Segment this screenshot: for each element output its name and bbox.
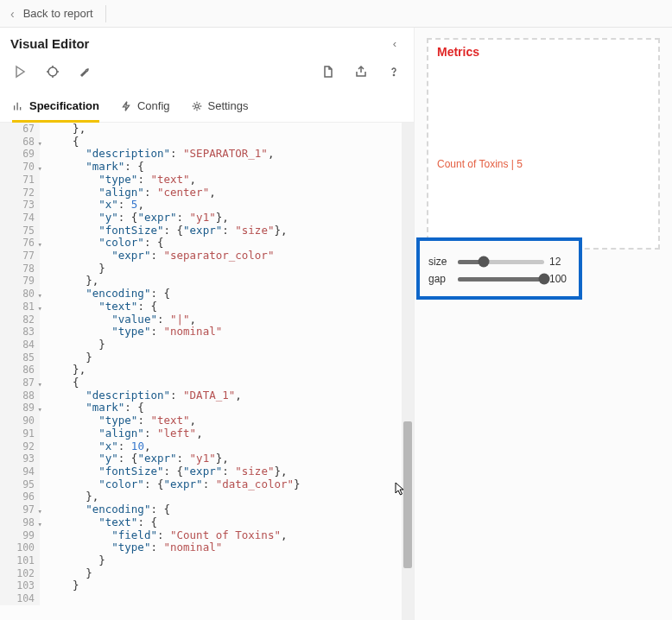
parse-button[interactable] bbox=[45, 64, 60, 79]
code-content[interactable]: "text": { bbox=[40, 516, 157, 529]
code-content[interactable]: "x": 10, bbox=[40, 440, 150, 453]
code-content[interactable]: "type": "nominal" bbox=[40, 541, 222, 554]
slider-knob[interactable] bbox=[479, 256, 490, 268]
code-content[interactable]: "description": "SEPARATOR_1", bbox=[40, 148, 274, 161]
fix-button[interactable] bbox=[78, 64, 93, 79]
code-line[interactable]: 74 "y": {"expr": "y1"}, bbox=[0, 212, 402, 225]
code-line[interactable]: 92 "x": 10, bbox=[0, 440, 402, 453]
code-content[interactable]: "color": { bbox=[40, 237, 163, 250]
code-content[interactable]: "description": "DATA_1", bbox=[40, 389, 242, 402]
code-content[interactable]: "align": "center", bbox=[40, 187, 216, 199]
code-line[interactable]: 81▾ "text": { bbox=[0, 301, 402, 313]
code-content[interactable]: }, bbox=[40, 364, 86, 376]
code-line[interactable]: 102 } bbox=[0, 567, 402, 580]
gap-slider[interactable] bbox=[458, 277, 544, 282]
code-line[interactable]: 94 "fontSize": {"expr": "size"}, bbox=[0, 465, 402, 478]
code-content[interactable]: }, bbox=[40, 123, 86, 136]
code-content[interactable]: "text": { bbox=[40, 301, 157, 313]
metrics-visual[interactable]: Metrics Count of Toxins | 5 size 12 gap bbox=[427, 38, 660, 250]
code-line[interactable]: 78 } bbox=[0, 263, 402, 275]
code-line[interactable]: 89▾ "mark": { bbox=[0, 402, 402, 414]
code-content[interactable]: "color": {"expr": "data_color"} bbox=[40, 478, 301, 491]
back-to-report-button[interactable]: ‹ Back to report bbox=[10, 7, 93, 21]
code-content[interactable]: }, bbox=[40, 275, 98, 288]
code-line[interactable]: 71 "type": "text", bbox=[0, 174, 402, 187]
line-number: 73 bbox=[0, 199, 40, 212]
code-content[interactable]: "type": "nominal" bbox=[40, 326, 222, 338]
code-content[interactable]: "encoding": { bbox=[40, 288, 170, 301]
code-content[interactable]: "y": {"expr": "y1"}, bbox=[40, 452, 229, 465]
code-content[interactable]: "fontSize": {"expr": "size"}, bbox=[40, 225, 288, 237]
code-line[interactable]: 86 }, bbox=[0, 364, 402, 376]
code-line[interactable]: 75 "fontSize": {"expr": "size"}, bbox=[0, 225, 402, 237]
tab-settings[interactable]: Settings bbox=[191, 90, 249, 122]
code-line[interactable]: 73 "x": 5, bbox=[0, 199, 402, 212]
run-button[interactable] bbox=[12, 64, 28, 79]
code-line[interactable]: 68▾ { bbox=[0, 136, 402, 149]
code-line[interactable]: 72 "align": "center", bbox=[0, 187, 402, 199]
code-editor[interactable]: 67 },68▾ {69 "description": "SEPARATOR_1… bbox=[0, 123, 414, 620]
code-line[interactable]: 67 }, bbox=[0, 123, 402, 136]
code-line[interactable]: 93 "y": {"expr": "y1"}, bbox=[0, 452, 402, 465]
line-number: 85 bbox=[0, 351, 40, 364]
editor-scrollbar[interactable] bbox=[402, 123, 414, 620]
code-line[interactable]: 103 } bbox=[0, 579, 402, 592]
code-line[interactable]: 83 "type": "nominal" bbox=[0, 326, 402, 338]
code-line[interactable]: 87▾ { bbox=[0, 376, 402, 389]
code-content[interactable]: "align": "left", bbox=[40, 427, 203, 440]
code-line[interactable]: 85 } bbox=[0, 351, 402, 364]
code-content[interactable]: }, bbox=[40, 490, 98, 503]
code-line[interactable]: 96 }, bbox=[0, 490, 402, 503]
code-content[interactable]: } bbox=[40, 554, 105, 567]
code-line[interactable]: 70▾ "mark": { bbox=[0, 161, 402, 174]
code-line[interactable]: 76▾ "color": { bbox=[0, 237, 402, 250]
code-line[interactable]: 98▾ "text": { bbox=[0, 516, 402, 529]
code-content[interactable]: "field": "Count of Toxins", bbox=[40, 529, 287, 542]
code-content[interactable]: "type": "text", bbox=[40, 174, 196, 187]
collapse-panel-button[interactable]: ‹ bbox=[386, 35, 403, 52]
code-line[interactable]: 90 "type": "text", bbox=[0, 414, 402, 427]
code-content[interactable]: "value": "|", bbox=[40, 313, 196, 326]
code-line[interactable]: 84 } bbox=[0, 338, 402, 351]
code-line[interactable]: 82 "value": "|", bbox=[0, 313, 402, 326]
code-content[interactable]: "fontSize": {"expr": "size"}, bbox=[40, 465, 288, 478]
svg-point-2 bbox=[195, 104, 199, 108]
code-content[interactable]: "type": "text", bbox=[40, 414, 196, 427]
code-line[interactable]: 100 "type": "nominal" bbox=[0, 541, 402, 554]
code-line[interactable]: 101 } bbox=[0, 554, 402, 567]
code-content[interactable]: } bbox=[40, 338, 105, 351]
tab-specification[interactable]: Specification bbox=[12, 90, 99, 122]
help-button[interactable] bbox=[386, 64, 402, 79]
code-line[interactable]: 99 "field": "Count of Toxins", bbox=[0, 529, 402, 542]
code-line[interactable]: 77 "expr": "separator_color" bbox=[0, 250, 402, 263]
code-line[interactable]: 95 "color": {"expr": "data_color"} bbox=[0, 478, 402, 491]
code-line[interactable]: 91 "align": "left", bbox=[0, 427, 402, 440]
code-line[interactable]: 80▾ "encoding": { bbox=[0, 288, 402, 301]
code-line[interactable]: 69 "description": "SEPARATOR_1", bbox=[0, 148, 402, 161]
code-content[interactable]: } bbox=[40, 263, 105, 275]
scrollbar-thumb[interactable] bbox=[403, 421, 412, 568]
code-content[interactable]: } bbox=[40, 567, 92, 580]
tab-config[interactable]: Config bbox=[120, 90, 170, 122]
code-content[interactable]: { bbox=[40, 136, 79, 149]
code-line[interactable]: 104 bbox=[0, 592, 402, 605]
code-content[interactable]: "encoding": { bbox=[40, 503, 170, 516]
slider-knob[interactable] bbox=[539, 274, 550, 285]
new-spec-button[interactable] bbox=[320, 64, 336, 79]
code-content[interactable]: "mark": { bbox=[40, 161, 144, 174]
code-line[interactable]: 79 }, bbox=[0, 275, 402, 288]
code-content[interactable]: "y": {"expr": "y1"}, bbox=[40, 212, 229, 225]
tab-label: Settings bbox=[208, 99, 249, 112]
code-line[interactable]: 97▾ "encoding": { bbox=[0, 503, 402, 516]
code-content[interactable]: { bbox=[40, 376, 79, 389]
code-content[interactable]: } bbox=[40, 351, 92, 364]
size-slider[interactable] bbox=[458, 260, 544, 264]
export-button[interactable] bbox=[353, 64, 369, 79]
code-content[interactable]: "expr": "separator_color" bbox=[40, 250, 274, 263]
metrics-title: Metrics bbox=[437, 45, 650, 59]
code-content[interactable]: } bbox=[40, 579, 79, 592]
code-content[interactable]: "x": 5, bbox=[40, 199, 144, 212]
code-content[interactable] bbox=[40, 592, 47, 605]
code-content[interactable]: "mark": { bbox=[40, 402, 144, 414]
code-line[interactable]: 88 "description": "DATA_1", bbox=[0, 389, 402, 402]
